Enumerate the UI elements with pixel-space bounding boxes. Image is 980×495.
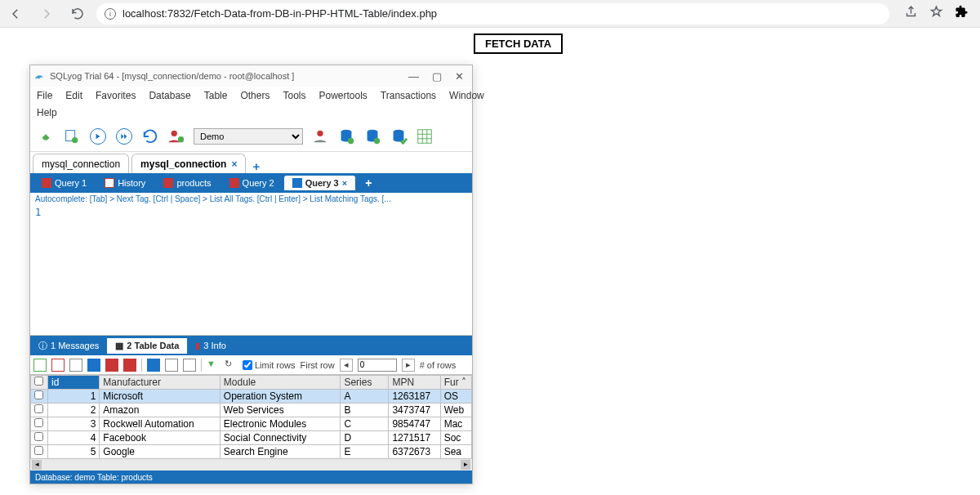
query-icon bbox=[229, 178, 239, 188]
col-id[interactable]: id bbox=[48, 376, 100, 390]
menu-table[interactable]: Table bbox=[204, 90, 228, 101]
svg-point-4 bbox=[317, 130, 323, 136]
trash-icon[interactable] bbox=[123, 359, 136, 372]
connect-icon[interactable] bbox=[37, 127, 55, 145]
menu-favorites[interactable]: Favorites bbox=[96, 90, 136, 101]
new-conn-tab-icon[interactable]: + bbox=[252, 159, 260, 173]
dup-row-icon[interactable] bbox=[51, 359, 65, 372]
menu-tools[interactable]: Tools bbox=[283, 90, 305, 101]
table-row[interactable]: 1MicrosoftOperation SystemA1263187OS bbox=[31, 390, 472, 404]
table-row[interactable]: 3Rockwell AutomationElectronic ModulesC9… bbox=[31, 417, 472, 431]
next-page-icon[interactable]: ▸ bbox=[402, 359, 415, 372]
maximize-icon[interactable]: ▢ bbox=[432, 70, 442, 82]
menu-others[interactable]: Others bbox=[240, 90, 270, 101]
grid-icon[interactable] bbox=[416, 127, 434, 145]
svg-point-1 bbox=[72, 136, 78, 142]
extensions-icon[interactable] bbox=[955, 5, 969, 22]
new-query-tab-icon[interactable]: + bbox=[357, 174, 380, 192]
rtab-messages[interactable]: ⓘ1 Messages bbox=[30, 337, 107, 355]
col-checkbox[interactable] bbox=[31, 376, 48, 390]
tab-query3[interactable]: Query 3× bbox=[284, 176, 355, 190]
first-row-input[interactable] bbox=[358, 359, 397, 372]
view-grid-icon[interactable] bbox=[147, 359, 160, 372]
table-row[interactable]: 4FacebookSocial ConnectivityD1271517Soc bbox=[31, 431, 472, 445]
col-module[interactable]: Module bbox=[220, 376, 341, 390]
tab-query2[interactable]: Query 2 bbox=[221, 176, 283, 190]
menubar: File Edit Favorites Database Table Other… bbox=[30, 87, 472, 105]
new-query-icon[interactable] bbox=[63, 127, 81, 145]
db-compare-icon[interactable] bbox=[390, 127, 408, 145]
tab-query1[interactable]: Query 1 bbox=[33, 176, 95, 190]
close-tab-icon[interactable]: × bbox=[342, 178, 347, 188]
filter-icon[interactable]: ▼ bbox=[207, 359, 220, 372]
col-manufacturer[interactable]: Manufacturer bbox=[100, 376, 220, 390]
star-icon[interactable] bbox=[929, 5, 943, 22]
db-sync-icon[interactable] bbox=[337, 127, 355, 145]
address-bar[interactable]: i localhost:7832/Fetch-Data-from-DB-in-P… bbox=[96, 3, 889, 25]
conn-tab-2[interactable]: mysql_connection× bbox=[131, 154, 246, 173]
grid-icon: ▦ bbox=[115, 341, 123, 351]
svg-rect-10 bbox=[418, 129, 432, 143]
close-tab-icon[interactable]: × bbox=[231, 158, 237, 170]
limit-rows-checkbox[interactable]: Limit rows bbox=[243, 360, 296, 370]
result-grid: id Manufacturer Module Series MPN Fur ˄ … bbox=[30, 375, 472, 459]
sql-editor[interactable]: 1 bbox=[30, 205, 472, 336]
rtab-tabledata[interactable]: ▦2 Table Data bbox=[107, 338, 187, 354]
row-count-label: # of rows bbox=[420, 360, 457, 370]
autocomplete-hint: Autocomplete: [Tab] > Next Tag. [Ctrl | … bbox=[30, 193, 472, 205]
refresh-icon[interactable] bbox=[141, 127, 159, 145]
execute-all-icon[interactable] bbox=[115, 127, 133, 145]
rtab-info[interactable]: ▮3 Info bbox=[187, 338, 234, 354]
del-row-icon[interactable] bbox=[69, 359, 82, 372]
share-icon[interactable] bbox=[904, 5, 918, 22]
save-icon[interactable] bbox=[87, 359, 100, 372]
h-scrollbar[interactable]: ◂ ▸ bbox=[30, 459, 472, 470]
menu-help[interactable]: Help bbox=[37, 107, 57, 118]
menu-edit[interactable]: Edit bbox=[65, 90, 82, 101]
refresh-rows-icon[interactable]: ↻ bbox=[225, 359, 238, 372]
menu-database[interactable]: Database bbox=[149, 90, 190, 101]
menu-window[interactable]: Window bbox=[449, 90, 484, 101]
svg-point-8 bbox=[374, 137, 380, 143]
tab-products[interactable]: products bbox=[155, 176, 219, 190]
col-series[interactable]: Series bbox=[341, 376, 389, 390]
view-text-icon[interactable] bbox=[183, 359, 196, 372]
window-titlebar: SQLyog Trial 64 - [mysql_connection/demo… bbox=[30, 65, 472, 87]
reload-icon[interactable] bbox=[69, 5, 87, 23]
scroll-up-icon[interactable]: ˄ bbox=[461, 377, 466, 388]
fetch-data-button[interactable]: FETCH DATA bbox=[474, 33, 563, 54]
add-row-icon[interactable] bbox=[33, 359, 47, 372]
svg-point-6 bbox=[348, 137, 354, 143]
execute-icon[interactable] bbox=[89, 127, 107, 145]
delete-icon[interactable] bbox=[105, 359, 118, 372]
scroll-left-icon[interactable]: ◂ bbox=[32, 460, 42, 470]
user-plus-icon[interactable] bbox=[167, 127, 185, 145]
query-icon bbox=[42, 178, 51, 188]
view-form-icon[interactable] bbox=[165, 359, 178, 372]
user-icon[interactable] bbox=[311, 127, 329, 145]
col-fur[interactable]: Fur ˄ bbox=[440, 376, 471, 390]
close-icon[interactable]: ✕ bbox=[455, 70, 464, 82]
flag-icon: ▮ bbox=[195, 341, 200, 351]
toolbar: Demo bbox=[30, 121, 472, 152]
menu-file[interactable]: File bbox=[37, 90, 52, 101]
forward-icon[interactable] bbox=[38, 5, 56, 23]
site-info-icon[interactable]: i bbox=[105, 8, 116, 20]
menu-powertools[interactable]: Powertools bbox=[318, 90, 367, 101]
database-select[interactable]: Demo bbox=[194, 128, 303, 145]
prev-page-icon[interactable]: ◂ bbox=[340, 359, 353, 372]
svg-point-2 bbox=[172, 130, 177, 136]
conn-tab-1[interactable]: mysql_connection bbox=[33, 154, 129, 173]
back-icon[interactable] bbox=[7, 5, 24, 23]
history-icon bbox=[105, 178, 114, 188]
menu-transactions[interactable]: Transactions bbox=[381, 90, 436, 101]
connection-tabs: mysql_connection mysql_connection× + bbox=[30, 152, 472, 173]
tab-history[interactable]: History bbox=[96, 176, 154, 190]
sqlyog-window: SQLyog Trial 64 - [mysql_connection/demo… bbox=[29, 65, 473, 484]
minimize-icon[interactable]: — bbox=[408, 70, 419, 82]
db-sync2-icon[interactable] bbox=[363, 127, 381, 145]
table-row[interactable]: 5GoogleSearch EngineE6372673Sea bbox=[31, 445, 472, 459]
scroll-right-icon[interactable]: ▸ bbox=[461, 460, 470, 470]
col-mpn[interactable]: MPN bbox=[389, 376, 440, 390]
table-row[interactable]: 2AmazonWeb ServicesB3473747Web bbox=[31, 404, 472, 417]
